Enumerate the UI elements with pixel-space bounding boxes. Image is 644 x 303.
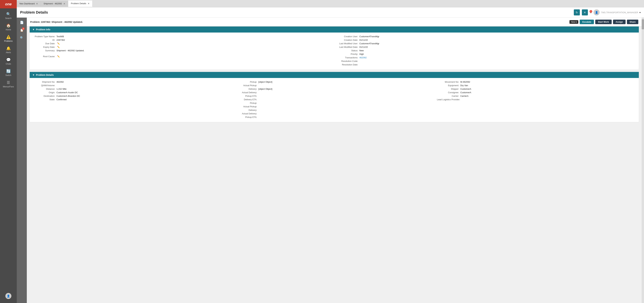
menu-button[interactable]: ≡ 1: [590, 11, 592, 14]
copy-badge: 9: [22, 27, 25, 30]
tab-shipment-close[interactable]: ✕: [63, 2, 65, 5]
sidebar: one 🔍 Search 🏠 Home ⚠️ Problems 🔔 Alerts…: [0, 0, 17, 303]
close-button[interactable]: ✕: [582, 10, 588, 16]
problems-icon: ⚠️: [6, 35, 11, 39]
field-pickup2: Pickup:: [235, 102, 434, 104]
field-delivery: Delivery: [object Object]: [235, 88, 434, 90]
sidebar-item-search[interactable]: 🔍 Search: [0, 10, 17, 22]
problem-details-header[interactable]: ▼ Problem Details: [30, 72, 639, 78]
inner-nav-search[interactable]: 🔍: [18, 35, 25, 41]
field-label: Summary:: [33, 49, 56, 52]
inner-nav-copy[interactable]: 📋 9: [18, 27, 25, 33]
field-value: Confirmed: [56, 98, 66, 101]
field-priority: Priority: High: [336, 53, 636, 55]
sidebar-item-home[interactable]: 🏠 Home: [0, 22, 17, 33]
sidebar-item-chats[interactable]: 💬 Chats: [0, 56, 17, 67]
sidebar-item-avatar[interactable]: 👤: [5, 291, 12, 301]
top-header: Problem Details ↻ ✕ ≡ 1 👤 TMS.TRANSPORTA…: [17, 7, 644, 18]
field-label: Consignee:: [437, 91, 460, 94]
field-due-date: Due Date: ✏️: [33, 42, 332, 45]
info-icon: ℹ: [576, 21, 577, 23]
details-col1: Shipment No: 462092 Qt/Wt/Volume: Distan…: [33, 81, 232, 119]
field-actual-pickup: Actual Pickup:: [235, 84, 434, 87]
field-state: State: Confirmed: [33, 98, 232, 101]
user-avatar: 👤: [5, 293, 12, 299]
field-summary: Summary: Shipment - 462092 Updated.: [33, 49, 332, 52]
field-label: Problem Type Name:: [33, 35, 56, 38]
field-equipment: Equipment: Dry Van: [437, 84, 636, 87]
field-label: ID:: [33, 39, 56, 41]
problem-info-header[interactable]: ▼ Problem Info: [30, 27, 639, 33]
escalate-button[interactable]: Escalate: [580, 20, 594, 24]
scrollbar-thumb[interactable]: [642, 19, 644, 29]
expiry-date-edit-icon[interactable]: ✏️: [57, 46, 60, 48]
tab-neo-dashboard[interactable]: Neo Dashboard ✕: [17, 1, 41, 7]
field-pickup: Pickup: [object Object]: [235, 81, 434, 83]
field-label: Due Date:: [33, 42, 56, 45]
field-value: 1,152 Mile: [56, 88, 66, 90]
field-qt-wt: Qt/Wt/Volume:: [33, 84, 232, 87]
sidebar-item-switch[interactable]: 🔄 Switch: [0, 67, 17, 79]
field-label: Priority:: [336, 53, 359, 55]
assign-button[interactable]: Assign: [613, 20, 626, 24]
sidebar-item-menus[interactable]: ☰ Menus/Favs: [0, 79, 17, 90]
field-label: Pickup:: [235, 102, 258, 104]
field-origin: Origin: CustomerA-Austin DC: [33, 91, 232, 94]
field-value: CustomerA: [460, 88, 471, 90]
due-date-edit-icon[interactable]: ✏️: [57, 42, 60, 45]
tab-problem-details[interactable]: Problem Details ✕: [68, 1, 92, 7]
field-resolution-date: Resolution Date:: [336, 63, 636, 66]
problem-title: Problem: 2287362: Shipment - 462092 Upda…: [30, 21, 83, 23]
field-label: Actual Delivery:: [235, 91, 258, 94]
header-actions: ↻ ✕ ≡ 1 👤 TMS.TRANSPORTATION_MANAGER ▾: [574, 10, 641, 16]
notification-badge: 1: [590, 10, 592, 13]
field-problem-type: Problem Type Name: TestWB: [33, 35, 332, 38]
sidebar-item-alerts[interactable]: 🔔 Alerts: [0, 44, 17, 56]
field-label: Pickup ETA:: [235, 116, 258, 118]
alerts-icon: 🔔: [6, 46, 11, 51]
field-value: M-462092: [460, 81, 470, 83]
field-shipment-no: Shipment No: 462092: [33, 81, 232, 83]
details-col3: Movement No: M-462092 Equipment: Dry Van…: [437, 81, 636, 119]
field-label: Delivery ETA:: [235, 98, 258, 101]
scrollbar[interactable]: [642, 18, 644, 303]
field-value: CarrierA: [460, 95, 468, 97]
field-label: Shipper:: [437, 88, 460, 90]
root-cause-edit-icon[interactable]: ✏️: [57, 55, 60, 58]
username-label: TMS.TRANSPORTATION_MANAGER: [601, 11, 638, 14]
tab-neo-close[interactable]: ✕: [36, 2, 38, 5]
field-value: CustomerA-Austin DC: [56, 91, 78, 94]
share-button[interactable]: Share: [627, 20, 638, 24]
field-value: 462092: [56, 81, 64, 83]
field-label: Creation Date:: [336, 39, 359, 41]
field-label: Movement No:: [437, 81, 460, 83]
field-label: Delivery:: [235, 88, 258, 90]
sidebar-item-alerts-label: Alerts: [6, 51, 11, 54]
field-label: Equipment:: [437, 84, 460, 87]
sidebar-item-chats-label: Chats: [6, 63, 11, 65]
main-area: Neo Dashboard ✕ Shipment - 462092 ✕ Prob…: [17, 0, 644, 303]
start-work-button[interactable]: Start Work: [595, 20, 612, 24]
field-expiry-date: Expiry Date: ✏️: [33, 46, 332, 48]
field-value: [object Object]: [258, 81, 272, 83]
field-root-cause: Root Cause: ✏️: [33, 55, 332, 58]
problem-details-section: ▼ Problem Details Shipment No: 462092: [30, 72, 639, 122]
field-value: 01/11/22: [359, 39, 368, 41]
field-last-modified-date: Last Modified Date: 01/11/22: [336, 46, 636, 48]
user-info[interactable]: 👤 TMS.TRANSPORTATION_MANAGER ▾: [594, 10, 641, 16]
field-label: Pickup ETA:: [235, 95, 258, 97]
field-status: Status: New: [336, 49, 636, 52]
field-pickup-eta: Pickup ETA:: [235, 95, 434, 97]
problem-info-section: ▼ Problem Info Problem Type Name: TestWB: [30, 26, 639, 70]
sidebar-item-problems[interactable]: ⚠️ Problems: [0, 33, 17, 44]
tab-problem-close[interactable]: ✕: [88, 2, 90, 5]
refresh-button[interactable]: ↻: [574, 10, 580, 16]
inner-nav-doc[interactable]: 📄: [18, 19, 25, 26]
logo: one: [0, 0, 17, 9]
field-label: Root Cause:: [33, 55, 56, 58]
transactions-link[interactable]: 462092: [359, 56, 366, 59]
tab-shipment[interactable]: Shipment - 462092 ✕: [41, 1, 68, 7]
field-label: Qt/Wt/Volume:: [33, 84, 56, 87]
field-label: Actual Pickup:: [235, 84, 258, 87]
field-actual-delivery2: Actual Delivery:: [235, 112, 434, 115]
